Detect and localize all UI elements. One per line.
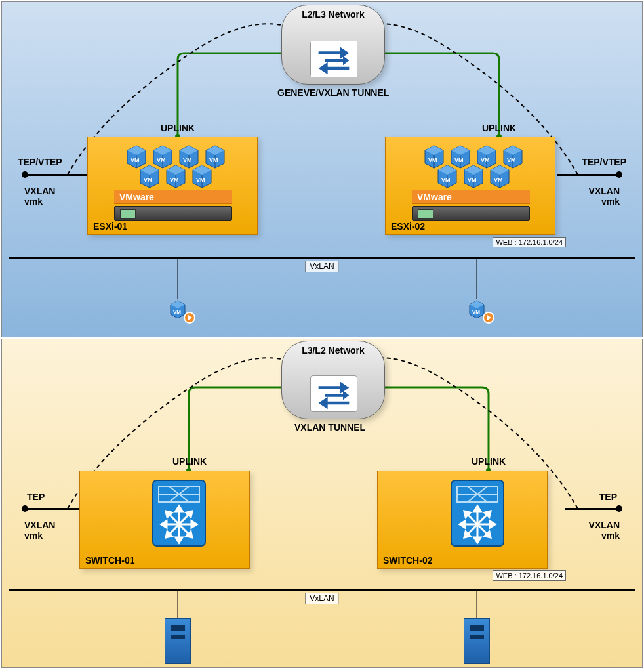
svg-text:VM: VM [144,177,153,183]
switch-icon [310,375,357,412]
web-subnet-label-top: WEB : 172.16.1.0/24 [493,237,566,247]
server-tower-icon [464,618,490,664]
server-base-icon [114,206,232,220]
vmware-bar-right: VMware [412,190,530,204]
vm-cube-icon: VM [487,162,513,188]
uplink-right-top: UPLINK [482,123,516,133]
uplink-left-top: UPLINK [161,123,195,133]
vxlan-line-label-bottom: VxLAN [305,593,338,604]
cloud-title-top: L2/L3 Network [282,5,384,20]
vxlan-vmk-right-top: VXLAN vmk [589,186,620,207]
tep-left-label-bottom: TEP [27,492,45,502]
host-right-label: ESXi-02 [391,221,425,232]
cloud-network-bottom: L3/L2 Network [281,341,385,419]
vxlan-vmk-right-bottom: VXLAN vmk [589,520,620,541]
vmware-bar-left: VMware [114,190,232,204]
web-subnet-label-bottom: WEB : 172.16.1.0/24 [493,570,566,581]
svg-text:VM: VM [196,177,205,183]
l3-switch-glyph [311,41,357,77]
play-badge-icon [184,312,195,324]
tep-line-left-bottom [27,508,79,510]
vxlan-vmk-left-top: VXLAN vmk [24,186,55,207]
play-badge-icon [483,312,494,324]
tep-right-label-bottom: TEP [599,492,617,502]
panel-vmware: L2/L3 Network GENEVE/VXLAN TUNNEL UPLINK… [1,1,643,337]
nexus-switch-icon [150,477,209,549]
cloud-network-top: L2/L3 Network [281,5,385,85]
panel-physical: L3/L2 Network VXLAN TUNNEL UPLINK UPLINK… [1,339,643,668]
svg-text:VM: VM [173,309,181,315]
vxlan-segment-top [9,257,635,259]
switch-icon [310,41,357,77]
vxlan-line-label-top: VxLAN [305,261,338,272]
tep-line-right-top [557,174,617,176]
uplink-right-bottom: UPLINK [472,456,506,467]
tunnel-label-top: GENEVE/VXLAN TUNNEL [277,87,389,98]
nexus-switch-icon [448,477,507,549]
tep-line-right-bottom [565,508,617,510]
svg-text:VM: VM [472,309,480,315]
switch-left-label: SWITCH-01 [85,555,134,566]
vm-cube-icon: VM [163,162,189,188]
svg-text:VM: VM [441,177,451,183]
server-base-icon [412,206,530,220]
tep-left-label-top: TEP/VTEP [18,157,62,167]
server-tower-icon [165,618,191,664]
switch-right-label: SWITCH-02 [383,555,432,566]
tunnel-label-bottom: VXLAN TUNNEL [294,422,365,432]
vm-cube-icon: VM [189,162,215,188]
host-left-label: ESXi-01 [93,221,127,232]
l3-switch-glyph [311,375,357,412]
svg-text:VM: VM [494,177,503,183]
vm-cube-icon: VM [136,162,163,188]
tep-line-left-top [27,174,87,176]
cloud-title-bottom: L3/L2 Network [282,341,384,356]
tep-right-label-top: TEP/VTEP [582,157,626,167]
svg-text:VM: VM [170,177,179,183]
vm-cube-icon: VM [460,162,487,188]
svg-text:VM: VM [468,177,477,183]
uplink-left-bottom: UPLINK [172,456,207,467]
vxlan-segment-bottom [9,589,635,591]
vm-cube-icon: VM [434,162,460,188]
vxlan-vmk-left-bottom: VXLAN vmk [24,520,55,541]
